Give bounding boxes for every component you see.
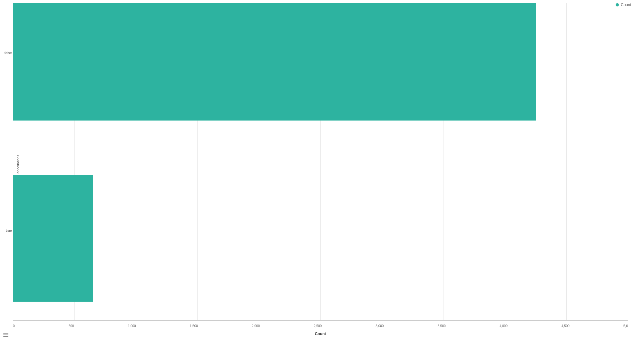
bar-false[interactable] [13, 3, 536, 121]
x-tick-5000: 5,0 [623, 324, 628, 328]
hamburger-line-1 [3, 333, 8, 334]
x-tick-3000: 3,000 [376, 324, 384, 328]
grid-line-5000 [628, 3, 628, 321]
x-axis-title: Count [315, 332, 326, 336]
x-tick-0: 0 [13, 324, 15, 328]
x-axis-ticks: 0 500 1,000 1,500 2,000 2,500 3,000 3,50… [13, 324, 628, 328]
y-label-false: false [2, 51, 12, 55]
x-tick-4000: 4,000 [500, 324, 508, 328]
y-label-true: true [2, 228, 12, 232]
x-tick-3500: 3,500 [438, 324, 446, 328]
x-tick-1000: 1,000 [128, 324, 136, 328]
x-tick-500: 500 [69, 324, 74, 328]
bar-true[interactable] [13, 175, 93, 302]
grid-line-4500 [566, 3, 567, 321]
hamburger-line-2 [3, 335, 8, 335]
x-tick-2000: 2,000 [252, 324, 260, 328]
chart-container: Count Flight Cancellations false true 0 … [0, 0, 644, 340]
x-tick-2500: 2,500 [314, 324, 322, 328]
hamburger-line-3 [3, 336, 8, 337]
x-axis-line [13, 320, 628, 321]
x-tick-4500: 4,500 [561, 324, 570, 328]
chart-options-icon[interactable] [3, 333, 8, 337]
x-tick-1500: 1,500 [190, 324, 198, 328]
plot-area: false true 0 500 1,000 1,500 2,000 2,500… [13, 3, 628, 321]
